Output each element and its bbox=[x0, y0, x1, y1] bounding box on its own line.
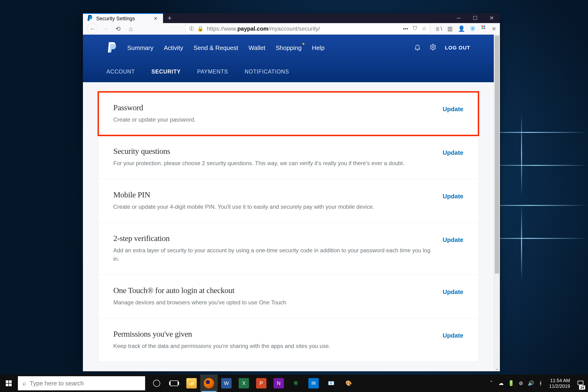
scrollbar[interactable]: ⌄ bbox=[494, 35, 500, 371]
security-item-2step: 2-step verification Add an extra layer o… bbox=[98, 222, 478, 275]
tray-onedrive-icon[interactable]: ☁ bbox=[496, 374, 506, 392]
taskbar: ⌕ 📁 W X P N ⛨ ✉ 📧 🎨 ˄ ☁ 🔋 ⊚ 🔊 ᚼ 11:54 AM… bbox=[0, 374, 588, 392]
reload-button[interactable]: ⟲ bbox=[112, 23, 124, 34]
security-item-permissions: Permissions you've given Keep track of t… bbox=[98, 318, 478, 362]
svg-point-4 bbox=[432, 46, 434, 48]
outlook-icon[interactable]: ✉ bbox=[305, 374, 322, 392]
subnav-security[interactable]: SECURITY bbox=[152, 68, 181, 75]
page-actions-icon[interactable]: ••• bbox=[403, 26, 408, 32]
logout-link[interactable]: LOG OUT bbox=[445, 45, 470, 51]
minimize-button[interactable]: ─ bbox=[450, 13, 467, 23]
site-info-icon[interactable]: 🛈 bbox=[189, 26, 194, 32]
tray-chevron-icon[interactable]: ˄ bbox=[486, 374, 496, 392]
forward-button[interactable]: → bbox=[100, 23, 111, 34]
tray-wifi-icon[interactable]: ⊚ bbox=[516, 374, 526, 392]
update-pin-link[interactable]: Update bbox=[443, 193, 464, 200]
notifications-bell-icon[interactable] bbox=[414, 44, 421, 52]
defender-icon[interactable]: ⛨ bbox=[288, 374, 305, 392]
subnav-account[interactable]: ACCOUNT bbox=[106, 68, 135, 75]
svg-rect-1 bbox=[484, 26, 485, 27]
search-input[interactable] bbox=[30, 380, 140, 387]
svg-rect-3 bbox=[484, 28, 485, 29]
start-button[interactable] bbox=[0, 374, 18, 392]
notification-badge: 24 bbox=[579, 386, 585, 390]
update-onetouch-link[interactable]: Update bbox=[443, 288, 464, 296]
tray-battery-icon[interactable]: 🔋 bbox=[506, 374, 516, 392]
item-desc: Create or update your password. bbox=[113, 116, 433, 124]
browser-tab[interactable]: Security Settings × bbox=[83, 13, 163, 23]
security-settings-body: Password Create or update your password.… bbox=[83, 82, 494, 371]
item-desc: For your protection, please choose 2 sec… bbox=[113, 159, 433, 168]
tray-clock[interactable]: 11:54 AM 11/2/2019 bbox=[546, 378, 574, 389]
window-controls: ─ ☐ ✕ bbox=[450, 13, 500, 23]
file-explorer-icon[interactable]: 📁 bbox=[183, 374, 200, 392]
search-icon: ⌕ bbox=[22, 380, 26, 386]
svg-rect-8 bbox=[9, 384, 12, 386]
update-2step-link[interactable]: Update bbox=[443, 236, 464, 244]
word-icon[interactable]: W bbox=[218, 374, 235, 392]
titlebar: Security Settings × + ─ ☐ ✕ bbox=[83, 13, 500, 23]
paypal-sub-nav: ACCOUNT SECURITY PAYMENTS NOTIFICATIONS bbox=[83, 61, 494, 82]
item-title: 2-step verification bbox=[113, 234, 433, 243]
task-view-icon[interactable] bbox=[166, 374, 183, 392]
extension-shield-icon[interactable]: ⛨ bbox=[470, 26, 476, 32]
paint-icon[interactable]: 🎨 bbox=[340, 374, 357, 392]
update-permissions-link[interactable]: Update bbox=[443, 332, 464, 339]
settings-gear-icon[interactable] bbox=[430, 44, 436, 52]
tray-volume-icon[interactable]: 🔊 bbox=[526, 374, 536, 392]
svg-rect-9 bbox=[578, 381, 583, 385]
security-item-onetouch: One Touch® for auto login at checkout Ma… bbox=[98, 275, 478, 318]
nav-shopping[interactable]: Shopping bbox=[276, 44, 302, 52]
sidebar-icon[interactable]: ▥ bbox=[447, 26, 453, 32]
url-bar[interactable]: 🛈 🔒 https://www.paypal.com/myaccount/sec… bbox=[185, 23, 430, 34]
item-title: Mobile PIN bbox=[113, 190, 433, 199]
excel-icon[interactable]: X bbox=[235, 374, 252, 392]
svg-rect-2 bbox=[482, 28, 483, 29]
firefox-icon[interactable] bbox=[200, 374, 218, 392]
tab-close-icon[interactable]: × bbox=[152, 14, 159, 23]
item-title: One Touch® for auto login at checkout bbox=[113, 286, 433, 295]
scrollbar-thumb[interactable] bbox=[495, 36, 499, 274]
action-center-icon[interactable]: 24 bbox=[574, 374, 587, 392]
paypal-header: Summary Activity Send & Request Wallet S… bbox=[83, 35, 494, 61]
desktop-beam bbox=[521, 205, 522, 280]
scrollbar-down-icon[interactable]: ⌄ bbox=[494, 366, 500, 371]
powerpoint-icon[interactable]: P bbox=[252, 374, 270, 392]
new-tab-button[interactable]: + bbox=[163, 13, 176, 23]
taskbar-search[interactable]: ⌕ bbox=[18, 376, 145, 390]
subnav-notifications[interactable]: NOTIFICATIONS bbox=[244, 68, 289, 75]
nav-send-request[interactable]: Send & Request bbox=[194, 44, 238, 52]
mail-icon[interactable]: 📧 bbox=[322, 374, 340, 392]
update-questions-link[interactable]: Update bbox=[443, 149, 464, 156]
bookmark-icon[interactable]: ☆ bbox=[422, 26, 427, 32]
nav-help[interactable]: Help bbox=[312, 44, 324, 52]
browser-toolbar: ← → ⟲ ⌂ 🛈 🔒 https://www.paypal.com/myacc… bbox=[83, 23, 500, 35]
onenote-icon[interactable]: N bbox=[270, 374, 288, 392]
subnav-payments[interactable]: PAYMENTS bbox=[197, 68, 228, 75]
paypal-favicon bbox=[87, 15, 93, 22]
security-item-questions: Security questions For your protection, … bbox=[98, 136, 478, 179]
lock-icon: 🔒 bbox=[197, 26, 204, 32]
update-password-link[interactable]: Update bbox=[443, 106, 464, 113]
paypal-logo[interactable] bbox=[106, 41, 118, 54]
account-icon[interactable]: 👤 bbox=[458, 26, 465, 32]
svg-rect-0 bbox=[482, 26, 483, 27]
maximize-button[interactable]: ☐ bbox=[467, 13, 484, 23]
back-button[interactable]: ← bbox=[87, 23, 98, 34]
page-content: Summary Activity Send & Request Wallet S… bbox=[83, 35, 494, 371]
cortana-icon[interactable] bbox=[148, 374, 166, 392]
library-icon[interactable]: ⫼\ bbox=[435, 26, 442, 32]
reader-mode-icon[interactable]: ⛉ bbox=[412, 26, 418, 32]
nav-summary[interactable]: Summary bbox=[127, 44, 153, 52]
close-window-button[interactable]: ✕ bbox=[484, 13, 500, 23]
tray-bluetooth-icon[interactable]: ᚼ bbox=[536, 374, 545, 392]
nav-activity[interactable]: Activity bbox=[164, 44, 183, 52]
paypal-main-nav: Summary Activity Send & Request Wallet S… bbox=[127, 44, 324, 52]
svg-rect-6 bbox=[9, 380, 12, 383]
nav-wallet[interactable]: Wallet bbox=[248, 44, 265, 52]
svg-rect-7 bbox=[6, 384, 8, 386]
extension-grid-icon[interactable] bbox=[481, 25, 487, 32]
tray-time-text: 11:54 AM bbox=[549, 378, 570, 383]
menu-icon[interactable]: ≡ bbox=[492, 26, 496, 32]
home-button[interactable]: ⌂ bbox=[125, 23, 136, 34]
